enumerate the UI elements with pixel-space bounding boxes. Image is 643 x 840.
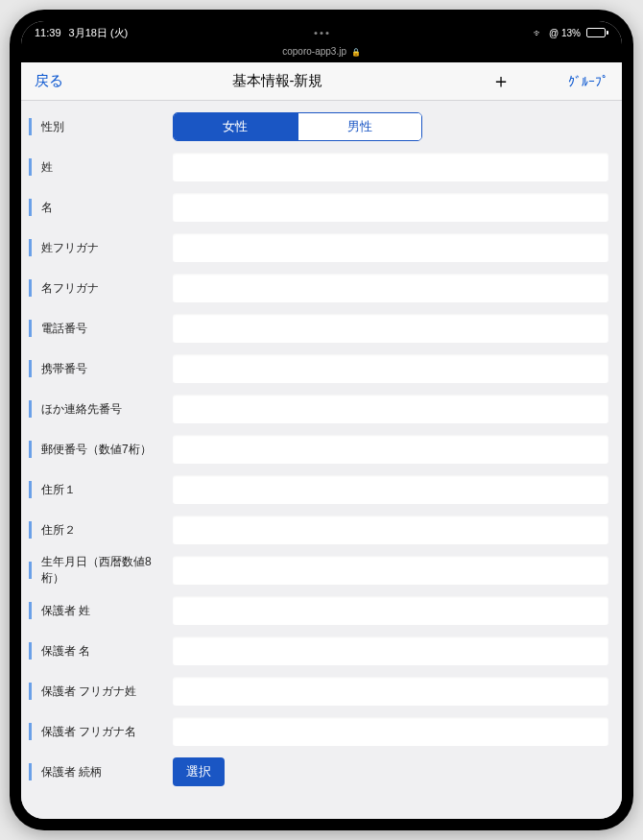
status-time: 11:39 [35,27,61,38]
add-button[interactable]: ＋ [491,68,511,94]
status-bar: 11:39 3月18日 (火) ᯤ @ 13% [21,21,622,44]
label-address2: 住所２ [29,521,173,539]
label-guardian-relation: 保護者 続柄 [29,763,173,780]
label-birthdate: 生年月日（西暦数値8桁） [29,562,173,579]
url-text: coporo-app3.jp [282,46,346,57]
group-button[interactable]: ｸﾞﾙｰﾌﾟ [568,74,608,89]
other-contact-input[interactable] [173,395,608,423]
label-guardian-firstname: 保護者 名 [29,642,173,660]
label-firstname: 名 [29,199,173,216]
battery-label: @ 13% [549,28,581,38]
address2-input[interactable] [173,516,608,544]
lock-icon: 🔒 [351,48,361,57]
back-button[interactable]: 戻る [35,72,63,90]
label-guardian-firstname-kana: 保護者 フリガナ名 [29,723,173,740]
gender-female-button[interactable]: 女性 [174,113,298,140]
guardian-firstname-kana-input[interactable] [173,717,608,746]
guardian-lastname-kana-input[interactable] [173,677,608,706]
address1-input[interactable] [173,475,608,504]
guardian-lastname-input[interactable] [173,596,608,625]
battery-icon [586,28,608,37]
label-postal: 郵便番号（数値7桁） [29,441,173,458]
gender-male-button[interactable]: 男性 [298,113,422,140]
label-gender: 性別 [29,118,173,135]
mobile-input[interactable] [173,354,608,383]
form-content: 性別 女性 男性 姓 名 姓フリガナ 名 [21,101,622,819]
phone-input[interactable] [173,314,608,343]
lastname-kana-input[interactable] [173,233,608,262]
status-date: 3月18日 (火) [69,26,129,40]
label-other-contact: ほか連絡先番号 [29,400,173,418]
screen: 11:39 3月18日 (火) ᯤ @ 13% coporo-app3.jp 🔒… [21,21,622,819]
url-bar: coporo-app3.jp 🔒 [21,44,622,62]
tablet-frame: 11:39 3月18日 (火) ᯤ @ 13% coporo-app3.jp 🔒… [10,10,633,830]
label-phone: 電話番号 [29,320,173,337]
page-title: 基本情報-新規 [232,72,323,90]
postal-input[interactable] [173,435,608,464]
label-guardian-lastname: 保護者 姓 [29,602,173,619]
label-address1: 住所１ [29,481,173,498]
label-guardian-lastname-kana: 保護者 フリガナ姓 [29,683,173,700]
gender-segmented: 女性 男性 [173,112,422,141]
firstname-input[interactable] [173,193,608,222]
label-firstname-kana: 名フリガナ [29,279,173,297]
firstname-kana-input[interactable] [173,274,608,302]
relation-select-button[interactable]: 選択 [173,757,225,786]
birthdate-input[interactable] [173,556,608,585]
lastname-input[interactable] [173,153,608,181]
nav-bar: 戻る 基本情報-新規 ＋ ｸﾞﾙｰﾌﾟ [21,62,622,101]
label-lastname-kana: 姓フリガナ [29,239,173,256]
label-mobile: 携帯番号 [29,360,173,377]
wifi-icon: ᯤ [534,28,543,38]
multitask-dots [315,32,329,35]
label-lastname: 姓 [29,158,173,176]
guardian-firstname-input[interactable] [173,636,608,665]
